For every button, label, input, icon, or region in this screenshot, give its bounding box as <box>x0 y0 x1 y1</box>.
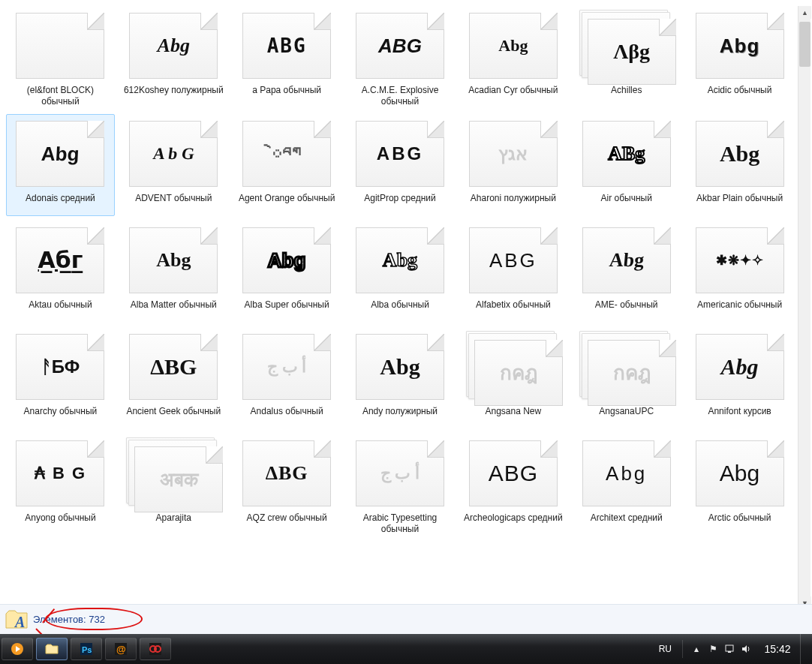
font-preview: กคฎ <box>613 363 651 383</box>
font-preview: Abg <box>158 36 190 56</box>
font-item[interactable]: Abg612Koshey полужирный <box>119 6 228 110</box>
font-item[interactable]: AbgAlba Matter обычный <box>119 221 228 323</box>
font-label: (el&font BLOCK) обычный <box>8 83 113 107</box>
scroll-thumb[interactable] <box>799 22 810 67</box>
font-preview: Abg <box>268 251 306 270</box>
taskbar-lang[interactable]: RU <box>656 642 675 656</box>
tray-volume-icon[interactable] <box>740 643 752 655</box>
tray-network-icon[interactable] <box>723 643 735 655</box>
font-preview: ABG <box>489 462 538 485</box>
font-item[interactable]: AbgAlba Super обычный <box>233 221 341 323</box>
font-label: Andalus обычный <box>251 404 323 427</box>
font-item[interactable]: กคฎAngsana New <box>459 327 567 429</box>
font-item[interactable]: אגץAharoni полужирный <box>459 114 567 216</box>
font-label: Aparajita <box>156 511 191 533</box>
font-thumb: Abg <box>692 8 788 83</box>
font-item[interactable]: AbgAcadian Cyr обычный <box>459 6 567 110</box>
font-thumb: Abg <box>125 8 221 83</box>
font-item[interactable]: ΛβgAchilles <box>572 6 681 110</box>
font-thumb: Abg <box>579 436 675 511</box>
font-preview: Abg <box>606 464 647 483</box>
taskbar-app-mail[interactable]: @ <box>105 638 137 660</box>
font-item[interactable]: ᚨБФAnarchy обычный <box>6 327 115 429</box>
font-thumb: ABG <box>352 116 448 191</box>
svg-rect-10 <box>728 651 731 653</box>
font-item[interactable]: ΔBGAQZ crew обычный <box>233 434 341 537</box>
font-label: AgitProp средний <box>364 191 435 214</box>
font-preview: Λβg <box>613 41 650 62</box>
font-preview: Abg <box>498 38 528 54</box>
font-item[interactable]: AbgAME- обычный <box>572 221 681 323</box>
font-item[interactable]: أ ب جAndalus обычный <box>233 327 341 429</box>
tray-flag-icon[interactable]: ⚑ <box>707 643 719 655</box>
font-preview: A̲б̲г̲ <box>38 249 83 272</box>
font-item[interactable]: AbgArctic обычный <box>685 434 794 537</box>
font-label: Alba Matter обычный <box>131 298 217 320</box>
taskbar-clock[interactable]: 15:42 <box>762 643 792 655</box>
font-item[interactable]: AbgArchitext средний <box>572 434 681 537</box>
font-item[interactable]: AbgAdonais средний <box>6 114 115 216</box>
font-thumb <box>12 8 108 83</box>
font-item[interactable]: AbgAcidic обычный <box>685 6 794 110</box>
font-item[interactable]: ABGA.C.M.E. Explosive обычный <box>346 6 455 110</box>
font-item[interactable]: ABGAgitProp средний <box>346 114 455 216</box>
font-item[interactable]: AbgAkbar Plain обычный <box>685 114 794 216</box>
show-desktop-button[interactable] <box>800 634 807 664</box>
taskbar: Ps @ RU ▴ ⚑ 15:42 <box>0 634 812 664</box>
font-label: Alfabetix обычный <box>476 298 551 320</box>
font-item[interactable]: ེབགAgent Orange обычный <box>233 114 341 216</box>
font-item[interactable]: ABGArcheologicaps средний <box>459 434 567 537</box>
font-label: Alba обычный <box>371 298 429 320</box>
scroll-track[interactable] <box>798 22 811 596</box>
font-thumb: Abg <box>239 223 335 298</box>
font-item[interactable]: กคฎAngsanaUPC <box>572 327 681 429</box>
font-item[interactable]: ABgAir обычный <box>572 114 681 216</box>
font-item[interactable]: A̲б̲г̲Aktau обычный <box>6 221 115 323</box>
font-label: Andy полужирный <box>362 404 438 427</box>
font-item[interactable]: AbgAlba обычный <box>346 221 455 323</box>
font-thumb: ₳ B G <box>12 436 108 511</box>
font-thumb: A̲б̲г̲ <box>12 223 108 298</box>
font-preview: Abg <box>720 36 760 56</box>
font-thumb: अबक <box>125 436 221 511</box>
font-label: Annifont курсив <box>708 404 771 427</box>
font-preview: ABg <box>608 144 645 164</box>
font-thumb: กคฎ <box>465 329 561 404</box>
taskbar-app-photoshop[interactable]: Ps <box>71 638 102 660</box>
taskbar-app-audio[interactable] <box>140 638 171 660</box>
font-label: Arabic Typesetting обычный <box>348 511 453 535</box>
font-item[interactable]: AbgAndy полужирный <box>346 327 455 429</box>
font-thumb: ΔBG <box>125 329 221 404</box>
svg-text:A: A <box>14 614 25 630</box>
font-thumb: ABG <box>352 8 448 83</box>
svg-rect-9 <box>726 645 733 651</box>
scroll-up-button[interactable]: ▲ <box>798 6 811 19</box>
font-label: Adonais средний <box>26 191 95 214</box>
tray-show-hidden-icon[interactable]: ▴ <box>690 643 702 655</box>
font-item[interactable]: AbgAnnifont курсив <box>685 327 794 429</box>
font-preview: Abg <box>41 144 80 164</box>
font-preview: Abg <box>720 143 759 165</box>
font-item[interactable]: अबकAparajita <box>119 434 228 537</box>
font-preview: अबक <box>160 470 198 489</box>
font-thumb: Abg <box>352 329 448 404</box>
font-item[interactable]: ABGa Papa обычный <box>233 6 341 110</box>
font-item[interactable]: ₳ B GAnyong обычный <box>6 434 115 537</box>
font-item[interactable]: ΔBGAncient Geek обычный <box>119 327 228 429</box>
fonts-folder-icon: A <box>5 608 29 632</box>
font-label: AME- обычный <box>595 298 658 320</box>
font-item[interactable]: (el&font BLOCK) обычный <box>6 6 115 110</box>
status-text: Элементов: 732 <box>33 614 105 625</box>
font-thumb: Abg <box>692 329 788 404</box>
font-item[interactable]: ABGAlfabetix обычный <box>459 221 567 323</box>
font-label: Alba Super обычный <box>245 298 329 320</box>
taskbar-app-explorer[interactable] <box>36 638 68 660</box>
font-item[interactable]: ✱❋✦✧Americanic обычный <box>685 221 794 323</box>
font-item[interactable]: أ ب جArabic Typesetting обычный <box>346 434 455 537</box>
font-preview: أ ب ج <box>267 359 306 375</box>
taskbar-separator <box>682 640 683 658</box>
taskbar-app-media-player[interactable] <box>2 638 33 660</box>
font-item[interactable]: A b GADVENT обычный <box>119 114 228 216</box>
font-label: a Papa обычный <box>252 83 321 106</box>
scrollbar[interactable]: ▲ ▼ <box>798 6 810 606</box>
